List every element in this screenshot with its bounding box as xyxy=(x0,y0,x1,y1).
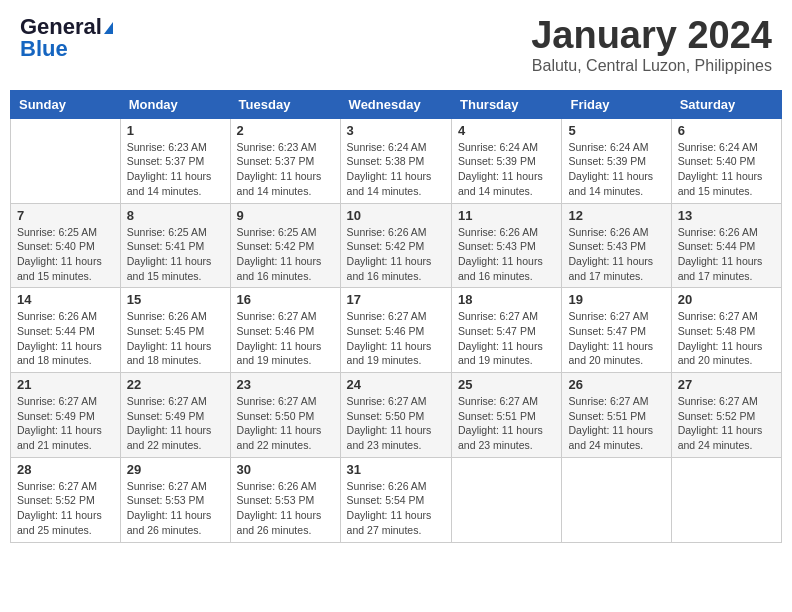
day-number: 21 xyxy=(17,377,114,392)
col-wednesday: Wednesday xyxy=(340,90,451,118)
day-number: 27 xyxy=(678,377,775,392)
table-row: 26 Sunrise: 6:27 AM Sunset: 5:51 PM Dayl… xyxy=(562,373,671,458)
title-area: January 2024 Balutu, Central Luzon, Phil… xyxy=(531,15,772,75)
table-row: 13 Sunrise: 6:26 AM Sunset: 5:44 PM Dayl… xyxy=(671,203,781,288)
calendar-week-row: 7 Sunrise: 6:25 AM Sunset: 5:40 PM Dayli… xyxy=(11,203,782,288)
day-info: Sunrise: 6:27 AM Sunset: 5:49 PM Dayligh… xyxy=(127,394,224,453)
table-row: 7 Sunrise: 6:25 AM Sunset: 5:40 PM Dayli… xyxy=(11,203,121,288)
table-row: 11 Sunrise: 6:26 AM Sunset: 5:43 PM Dayl… xyxy=(452,203,562,288)
day-number: 17 xyxy=(347,292,445,307)
logo: General Blue xyxy=(20,15,113,61)
day-number: 4 xyxy=(458,123,555,138)
col-tuesday: Tuesday xyxy=(230,90,340,118)
day-number: 5 xyxy=(568,123,664,138)
day-number: 10 xyxy=(347,208,445,223)
day-info: Sunrise: 6:26 AM Sunset: 5:44 PM Dayligh… xyxy=(17,309,114,368)
month-title: January 2024 xyxy=(531,15,772,57)
day-info: Sunrise: 6:27 AM Sunset: 5:51 PM Dayligh… xyxy=(458,394,555,453)
day-number: 7 xyxy=(17,208,114,223)
table-row: 15 Sunrise: 6:26 AM Sunset: 5:45 PM Dayl… xyxy=(120,288,230,373)
table-row: 30 Sunrise: 6:26 AM Sunset: 5:53 PM Dayl… xyxy=(230,457,340,542)
day-number: 26 xyxy=(568,377,664,392)
day-info: Sunrise: 6:27 AM Sunset: 5:46 PM Dayligh… xyxy=(347,309,445,368)
day-number: 11 xyxy=(458,208,555,223)
day-number: 24 xyxy=(347,377,445,392)
table-row: 9 Sunrise: 6:25 AM Sunset: 5:42 PM Dayli… xyxy=(230,203,340,288)
table-row: 17 Sunrise: 6:27 AM Sunset: 5:46 PM Dayl… xyxy=(340,288,451,373)
day-info: Sunrise: 6:24 AM Sunset: 5:39 PM Dayligh… xyxy=(458,140,555,199)
day-info: Sunrise: 6:27 AM Sunset: 5:52 PM Dayligh… xyxy=(17,479,114,538)
table-row: 22 Sunrise: 6:27 AM Sunset: 5:49 PM Dayl… xyxy=(120,373,230,458)
calendar-table: Sunday Monday Tuesday Wednesday Thursday… xyxy=(10,90,782,543)
day-info: Sunrise: 6:25 AM Sunset: 5:42 PM Dayligh… xyxy=(237,225,334,284)
table-row: 29 Sunrise: 6:27 AM Sunset: 5:53 PM Dayl… xyxy=(120,457,230,542)
table-row: 18 Sunrise: 6:27 AM Sunset: 5:47 PM Dayl… xyxy=(452,288,562,373)
table-row: 25 Sunrise: 6:27 AM Sunset: 5:51 PM Dayl… xyxy=(452,373,562,458)
day-info: Sunrise: 6:27 AM Sunset: 5:53 PM Dayligh… xyxy=(127,479,224,538)
table-row: 20 Sunrise: 6:27 AM Sunset: 5:48 PM Dayl… xyxy=(671,288,781,373)
day-info: Sunrise: 6:26 AM Sunset: 5:45 PM Dayligh… xyxy=(127,309,224,368)
table-row: 5 Sunrise: 6:24 AM Sunset: 5:39 PM Dayli… xyxy=(562,118,671,203)
day-number: 8 xyxy=(127,208,224,223)
day-info: Sunrise: 6:27 AM Sunset: 5:48 PM Dayligh… xyxy=(678,309,775,368)
day-info: Sunrise: 6:23 AM Sunset: 5:37 PM Dayligh… xyxy=(127,140,224,199)
table-row xyxy=(562,457,671,542)
day-info: Sunrise: 6:27 AM Sunset: 5:46 PM Dayligh… xyxy=(237,309,334,368)
day-info: Sunrise: 6:27 AM Sunset: 5:47 PM Dayligh… xyxy=(458,309,555,368)
table-row: 31 Sunrise: 6:26 AM Sunset: 5:54 PM Dayl… xyxy=(340,457,451,542)
table-row: 24 Sunrise: 6:27 AM Sunset: 5:50 PM Dayl… xyxy=(340,373,451,458)
day-number: 1 xyxy=(127,123,224,138)
table-row: 14 Sunrise: 6:26 AM Sunset: 5:44 PM Dayl… xyxy=(11,288,121,373)
day-number: 3 xyxy=(347,123,445,138)
day-info: Sunrise: 6:27 AM Sunset: 5:52 PM Dayligh… xyxy=(678,394,775,453)
day-info: Sunrise: 6:26 AM Sunset: 5:54 PM Dayligh… xyxy=(347,479,445,538)
day-info: Sunrise: 6:26 AM Sunset: 5:43 PM Dayligh… xyxy=(568,225,664,284)
table-row: 21 Sunrise: 6:27 AM Sunset: 5:49 PM Dayl… xyxy=(11,373,121,458)
day-number: 25 xyxy=(458,377,555,392)
calendar-week-row: 21 Sunrise: 6:27 AM Sunset: 5:49 PM Dayl… xyxy=(11,373,782,458)
table-row: 8 Sunrise: 6:25 AM Sunset: 5:41 PM Dayli… xyxy=(120,203,230,288)
day-number: 9 xyxy=(237,208,334,223)
table-row xyxy=(11,118,121,203)
day-info: Sunrise: 6:27 AM Sunset: 5:47 PM Dayligh… xyxy=(568,309,664,368)
table-row: 10 Sunrise: 6:26 AM Sunset: 5:42 PM Dayl… xyxy=(340,203,451,288)
day-info: Sunrise: 6:26 AM Sunset: 5:44 PM Dayligh… xyxy=(678,225,775,284)
day-info: Sunrise: 6:26 AM Sunset: 5:43 PM Dayligh… xyxy=(458,225,555,284)
day-info: Sunrise: 6:27 AM Sunset: 5:51 PM Dayligh… xyxy=(568,394,664,453)
day-info: Sunrise: 6:27 AM Sunset: 5:50 PM Dayligh… xyxy=(237,394,334,453)
table-row: 3 Sunrise: 6:24 AM Sunset: 5:38 PM Dayli… xyxy=(340,118,451,203)
col-thursday: Thursday xyxy=(452,90,562,118)
day-info: Sunrise: 6:23 AM Sunset: 5:37 PM Dayligh… xyxy=(237,140,334,199)
day-info: Sunrise: 6:24 AM Sunset: 5:40 PM Dayligh… xyxy=(678,140,775,199)
day-number: 12 xyxy=(568,208,664,223)
day-number: 6 xyxy=(678,123,775,138)
day-info: Sunrise: 6:27 AM Sunset: 5:49 PM Dayligh… xyxy=(17,394,114,453)
day-number: 31 xyxy=(347,462,445,477)
day-number: 22 xyxy=(127,377,224,392)
day-number: 23 xyxy=(237,377,334,392)
table-row: 16 Sunrise: 6:27 AM Sunset: 5:46 PM Dayl… xyxy=(230,288,340,373)
day-info: Sunrise: 6:26 AM Sunset: 5:42 PM Dayligh… xyxy=(347,225,445,284)
day-info: Sunrise: 6:27 AM Sunset: 5:50 PM Dayligh… xyxy=(347,394,445,453)
location: Balutu, Central Luzon, Philippines xyxy=(531,57,772,75)
col-friday: Friday xyxy=(562,90,671,118)
day-number: 29 xyxy=(127,462,224,477)
day-number: 20 xyxy=(678,292,775,307)
day-number: 19 xyxy=(568,292,664,307)
table-row: 28 Sunrise: 6:27 AM Sunset: 5:52 PM Dayl… xyxy=(11,457,121,542)
table-row: 27 Sunrise: 6:27 AM Sunset: 5:52 PM Dayl… xyxy=(671,373,781,458)
table-row xyxy=(452,457,562,542)
day-number: 13 xyxy=(678,208,775,223)
day-info: Sunrise: 6:24 AM Sunset: 5:39 PM Dayligh… xyxy=(568,140,664,199)
day-info: Sunrise: 6:25 AM Sunset: 5:41 PM Dayligh… xyxy=(127,225,224,284)
col-saturday: Saturday xyxy=(671,90,781,118)
table-row: 4 Sunrise: 6:24 AM Sunset: 5:39 PM Dayli… xyxy=(452,118,562,203)
table-row: 6 Sunrise: 6:24 AM Sunset: 5:40 PM Dayli… xyxy=(671,118,781,203)
calendar-week-row: 28 Sunrise: 6:27 AM Sunset: 5:52 PM Dayl… xyxy=(11,457,782,542)
page-header: General Blue January 2024 Balutu, Centra… xyxy=(10,10,782,80)
day-info: Sunrise: 6:24 AM Sunset: 5:38 PM Dayligh… xyxy=(347,140,445,199)
day-number: 18 xyxy=(458,292,555,307)
col-sunday: Sunday xyxy=(11,90,121,118)
calendar-header-row: Sunday Monday Tuesday Wednesday Thursday… xyxy=(11,90,782,118)
table-row: 1 Sunrise: 6:23 AM Sunset: 5:37 PM Dayli… xyxy=(120,118,230,203)
